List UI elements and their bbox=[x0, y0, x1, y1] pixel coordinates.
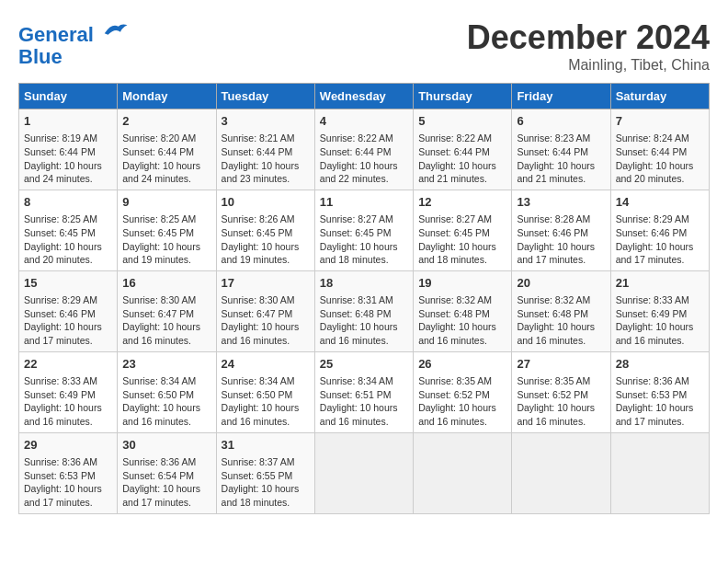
calendar-cell bbox=[414, 432, 512, 513]
day-info: Sunrise: 8:36 AM Sunset: 6:53 PM Dayligh… bbox=[616, 374, 704, 429]
logo: General Blue bbox=[18, 18, 129, 68]
day-info: Sunrise: 8:24 AM Sunset: 6:44 PM Dayligh… bbox=[616, 132, 704, 186]
day-number: 7 bbox=[616, 113, 704, 130]
day-info: Sunrise: 8:19 AM Sunset: 6:44 PM Dayligh… bbox=[24, 132, 112, 186]
day-number: 16 bbox=[122, 275, 210, 292]
day-number: 19 bbox=[418, 275, 506, 292]
calendar-cell: 3Sunrise: 8:21 AM Sunset: 6:44 PM Daylig… bbox=[216, 109, 314, 190]
day-number: 26 bbox=[418, 356, 506, 373]
day-number: 18 bbox=[320, 275, 408, 292]
day-number: 3 bbox=[222, 113, 310, 130]
day-number: 21 bbox=[616, 275, 704, 292]
day-info: Sunrise: 8:32 AM Sunset: 6:48 PM Dayligh… bbox=[418, 293, 506, 348]
calendar-cell: 9Sunrise: 8:25 AM Sunset: 6:45 PM Daylig… bbox=[118, 190, 216, 270]
weekday-header-thursday: Thursday bbox=[414, 84, 512, 109]
calendar-cell: 25Sunrise: 8:34 AM Sunset: 6:51 PM Dayli… bbox=[314, 351, 413, 432]
day-info: Sunrise: 8:33 AM Sunset: 6:49 PM Dayligh… bbox=[24, 374, 112, 429]
logo-blue: Blue bbox=[18, 45, 63, 68]
calendar-cell: 30Sunrise: 8:36 AM Sunset: 6:54 PM Dayli… bbox=[118, 432, 216, 513]
calendar-cell bbox=[610, 432, 709, 513]
calendar-cell: 22Sunrise: 8:33 AM Sunset: 6:49 PM Dayli… bbox=[19, 351, 118, 432]
calendar-cell: 21Sunrise: 8:33 AM Sunset: 6:49 PM Dayli… bbox=[610, 270, 709, 351]
day-info: Sunrise: 8:34 AM Sunset: 6:50 PM Dayligh… bbox=[122, 374, 210, 429]
weekday-header-monday: Monday bbox=[118, 84, 216, 109]
day-number: 28 bbox=[616, 356, 704, 373]
calendar-cell: 1Sunrise: 8:19 AM Sunset: 6:44 PM Daylig… bbox=[19, 109, 118, 190]
day-number: 11 bbox=[320, 194, 408, 211]
calendar-cell: 6Sunrise: 8:23 AM Sunset: 6:44 PM Daylig… bbox=[512, 109, 610, 190]
day-number: 14 bbox=[616, 194, 704, 211]
weekday-header-sunday: Sunday bbox=[19, 84, 118, 109]
calendar-week-5: 29Sunrise: 8:36 AM Sunset: 6:53 PM Dayli… bbox=[19, 432, 710, 513]
calendar-cell: 11Sunrise: 8:27 AM Sunset: 6:45 PM Dayli… bbox=[314, 190, 413, 270]
weekday-header-row: SundayMondayTuesdayWednesdayThursdayFrid… bbox=[19, 84, 710, 109]
day-info: Sunrise: 8:36 AM Sunset: 6:53 PM Dayligh… bbox=[24, 455, 112, 510]
day-number: 31 bbox=[222, 437, 310, 454]
calendar-cell bbox=[314, 432, 413, 513]
weekday-header-saturday: Saturday bbox=[610, 84, 709, 109]
day-info: Sunrise: 8:27 AM Sunset: 6:45 PM Dayligh… bbox=[418, 213, 506, 267]
day-info: Sunrise: 8:37 AM Sunset: 6:55 PM Dayligh… bbox=[222, 455, 310, 510]
calendar-cell: 31Sunrise: 8:37 AM Sunset: 6:55 PM Dayli… bbox=[216, 432, 314, 513]
day-info: Sunrise: 8:30 AM Sunset: 6:47 PM Dayligh… bbox=[122, 293, 210, 348]
day-info: Sunrise: 8:25 AM Sunset: 6:45 PM Dayligh… bbox=[24, 213, 112, 267]
calendar-cell: 14Sunrise: 8:29 AM Sunset: 6:46 PM Dayli… bbox=[610, 190, 709, 270]
calendar-cell: 17Sunrise: 8:30 AM Sunset: 6:47 PM Dayli… bbox=[216, 270, 314, 351]
calendar-week-1: 1Sunrise: 8:19 AM Sunset: 6:44 PM Daylig… bbox=[19, 109, 710, 190]
day-info: Sunrise: 8:29 AM Sunset: 6:46 PM Dayligh… bbox=[24, 293, 112, 348]
day-info: Sunrise: 8:27 AM Sunset: 6:45 PM Dayligh… bbox=[320, 213, 408, 267]
day-number: 30 bbox=[122, 437, 210, 454]
calendar-cell: 5Sunrise: 8:22 AM Sunset: 6:44 PM Daylig… bbox=[414, 109, 512, 190]
day-number: 25 bbox=[320, 356, 408, 373]
day-number: 4 bbox=[320, 113, 408, 130]
day-info: Sunrise: 8:30 AM Sunset: 6:47 PM Dayligh… bbox=[222, 293, 310, 348]
day-number: 17 bbox=[222, 275, 310, 292]
day-number: 24 bbox=[222, 356, 310, 373]
title-block: December 2024 Mainling, Tibet, China bbox=[467, 18, 710, 74]
weekday-header-wednesday: Wednesday bbox=[314, 84, 413, 109]
day-info: Sunrise: 8:35 AM Sunset: 6:52 PM Dayligh… bbox=[418, 374, 506, 429]
calendar-week-3: 15Sunrise: 8:29 AM Sunset: 6:46 PM Dayli… bbox=[19, 270, 710, 351]
calendar-cell: 15Sunrise: 8:29 AM Sunset: 6:46 PM Dayli… bbox=[19, 270, 118, 351]
calendar-cell: 23Sunrise: 8:34 AM Sunset: 6:50 PM Dayli… bbox=[118, 351, 216, 432]
day-number: 22 bbox=[24, 356, 112, 373]
logo-bird-icon bbox=[101, 18, 129, 41]
day-number: 10 bbox=[222, 194, 310, 211]
calendar-cell: 18Sunrise: 8:31 AM Sunset: 6:48 PM Dayli… bbox=[314, 270, 413, 351]
calendar-cell: 26Sunrise: 8:35 AM Sunset: 6:52 PM Dayli… bbox=[414, 351, 512, 432]
day-info: Sunrise: 8:28 AM Sunset: 6:46 PM Dayligh… bbox=[517, 213, 605, 267]
day-info: Sunrise: 8:33 AM Sunset: 6:49 PM Dayligh… bbox=[616, 293, 704, 348]
calendar-cell: 24Sunrise: 8:34 AM Sunset: 6:50 PM Dayli… bbox=[216, 351, 314, 432]
weekday-header-tuesday: Tuesday bbox=[216, 84, 314, 109]
location: Mainling, Tibet, China bbox=[467, 57, 710, 74]
calendar-week-4: 22Sunrise: 8:33 AM Sunset: 6:49 PM Dayli… bbox=[19, 351, 710, 432]
day-number: 1 bbox=[24, 113, 112, 130]
weekday-header-friday: Friday bbox=[512, 84, 610, 109]
day-info: Sunrise: 8:32 AM Sunset: 6:48 PM Dayligh… bbox=[517, 293, 605, 348]
day-number: 9 bbox=[122, 194, 210, 211]
day-info: Sunrise: 8:26 AM Sunset: 6:45 PM Dayligh… bbox=[222, 213, 310, 267]
day-info: Sunrise: 8:23 AM Sunset: 6:44 PM Dayligh… bbox=[517, 132, 605, 186]
calendar-week-2: 8Sunrise: 8:25 AM Sunset: 6:45 PM Daylig… bbox=[19, 190, 710, 270]
day-number: 12 bbox=[418, 194, 506, 211]
calendar-cell: 10Sunrise: 8:26 AM Sunset: 6:45 PM Dayli… bbox=[216, 190, 314, 270]
day-number: 27 bbox=[517, 356, 605, 373]
calendar-cell: 19Sunrise: 8:32 AM Sunset: 6:48 PM Dayli… bbox=[414, 270, 512, 351]
day-info: Sunrise: 8:22 AM Sunset: 6:44 PM Dayligh… bbox=[320, 132, 408, 186]
calendar-cell: 7Sunrise: 8:24 AM Sunset: 6:44 PM Daylig… bbox=[610, 109, 709, 190]
calendar-cell: 28Sunrise: 8:36 AM Sunset: 6:53 PM Dayli… bbox=[610, 351, 709, 432]
calendar-cell: 8Sunrise: 8:25 AM Sunset: 6:45 PM Daylig… bbox=[19, 190, 118, 270]
calendar-cell: 2Sunrise: 8:20 AM Sunset: 6:44 PM Daylig… bbox=[118, 109, 216, 190]
calendar-cell: 20Sunrise: 8:32 AM Sunset: 6:48 PM Dayli… bbox=[512, 270, 610, 351]
day-number: 2 bbox=[122, 113, 210, 130]
calendar-table: SundayMondayTuesdayWednesdayThursdayFrid… bbox=[18, 83, 710, 514]
day-number: 5 bbox=[418, 113, 506, 130]
month-title: December 2024 bbox=[467, 18, 710, 57]
day-info: Sunrise: 8:36 AM Sunset: 6:54 PM Dayligh… bbox=[122, 455, 210, 510]
calendar-cell: 27Sunrise: 8:35 AM Sunset: 6:52 PM Dayli… bbox=[512, 351, 610, 432]
day-number: 29 bbox=[24, 437, 112, 454]
day-info: Sunrise: 8:31 AM Sunset: 6:48 PM Dayligh… bbox=[320, 293, 408, 348]
calendar-cell: 13Sunrise: 8:28 AM Sunset: 6:46 PM Dayli… bbox=[512, 190, 610, 270]
logo-general: General bbox=[18, 23, 94, 46]
page-header: General Blue December 2024 Mainling, Tib… bbox=[18, 18, 710, 74]
